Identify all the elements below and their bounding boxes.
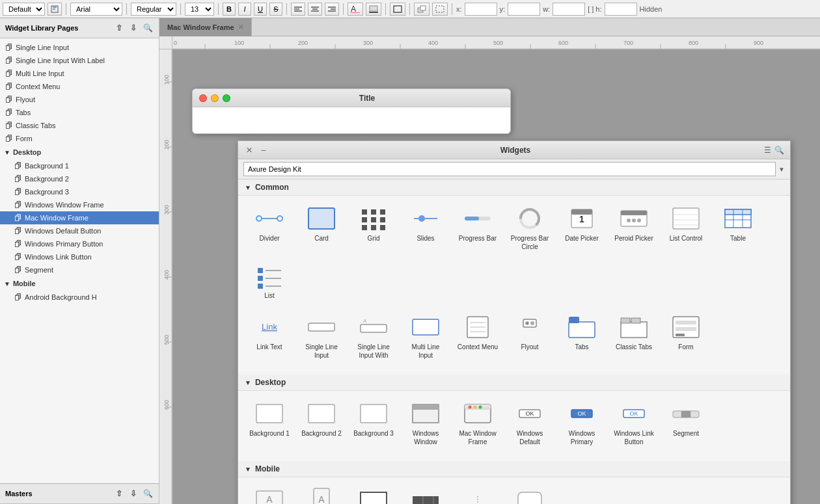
common-section-header[interactable]: ▼ Common xyxy=(238,179,790,196)
widget-date-picker[interactable]: 1 Date Picker xyxy=(557,201,607,256)
color-btn[interactable]: A xyxy=(348,3,363,16)
widget-segment[interactable]: Segment xyxy=(661,396,711,451)
panel-down-btn[interactable]: ⇩ xyxy=(128,22,139,34)
widget-single-input-label[interactable]: A Single Line Input With xyxy=(349,310,398,364)
widget-card[interactable]: Card xyxy=(297,201,346,256)
mobile-section-header[interactable]: ▼ Mobile xyxy=(238,461,790,477)
widget-win-window[interactable]: Windows Window xyxy=(401,396,450,451)
border-btn[interactable] xyxy=(390,3,405,16)
size-select[interactable]: 13 xyxy=(185,3,214,16)
desktop-section-title: Desktop xyxy=(255,378,286,387)
desktop-section-header[interactable]: ▼ Desktop xyxy=(238,375,790,391)
widget-bg3[interactable]: Background 3 xyxy=(349,396,398,451)
widget-win-primary[interactable]: OK Windows Primary xyxy=(557,396,607,451)
style-select[interactable]: Default xyxy=(3,3,45,16)
sidebar-section-mobile[interactable]: ▼ Mobile xyxy=(0,276,159,291)
style-icon-btn[interactable] xyxy=(48,3,62,16)
sidebar-item-windows-window-frame[interactable]: 🗍 Windows Window Frame xyxy=(0,198,159,211)
w-input[interactable] xyxy=(553,3,585,16)
sidebar-item-android-bg-h[interactable]: 🗍 Android Background H xyxy=(0,291,159,304)
sidebar-item-windows-link-button[interactable]: 🗍 Windows Link Button xyxy=(0,250,159,263)
widget-progress-circle[interactable]: Progress Bar Circle xyxy=(505,201,554,256)
masters-up-btn[interactable]: ⇧ xyxy=(113,488,125,499)
widget-flyout[interactable]: Flyout xyxy=(505,310,554,364)
widget-grid[interactable]: Grid xyxy=(349,201,398,256)
widget-slides[interactable]: Slides xyxy=(401,201,450,256)
fill-btn[interactable] xyxy=(366,3,381,16)
align-left-btn[interactable] xyxy=(291,3,305,16)
sidebar-item-segment[interactable]: 🗍 Segment xyxy=(0,263,159,276)
arrange-btn[interactable] xyxy=(414,3,430,16)
svg-rect-14 xyxy=(394,6,402,12)
tab-mac-window-frame[interactable]: Mac Window Frame ✕ xyxy=(159,18,252,36)
mac-close-btn[interactable] xyxy=(199,94,207,102)
widget-form[interactable]: Form xyxy=(661,310,711,364)
widget-context-menu[interactable]: Context Menu xyxy=(453,310,502,364)
widgets-menu-btn[interactable]: ☰ xyxy=(761,144,773,156)
sidebar-item-multi-line-input[interactable]: 🗍 Multi Line Input xyxy=(0,67,159,80)
sidebar-item-context-menu[interactable]: 🗍 Context Menu xyxy=(0,80,159,93)
align-center-btn[interactable] xyxy=(308,3,322,16)
strikethrough-btn[interactable]: S xyxy=(269,3,282,16)
sidebar-item-tabs[interactable]: 🗍 Tabs xyxy=(0,106,159,119)
widget-bg2[interactable]: Background 2 xyxy=(297,396,346,451)
library-select[interactable]: Axure Design Kit xyxy=(243,162,776,176)
sidebar-item-classic-tabs[interactable]: 🗍 Classic Tabs xyxy=(0,119,159,132)
widgets-minimize-btn[interactable]: ✕ xyxy=(243,144,255,156)
sidebar-section-desktop[interactable]: ▼ Desktop xyxy=(0,145,159,159)
widget-android-bg-h[interactable]: A Android Background H xyxy=(245,483,294,504)
underline-btn[interactable]: U xyxy=(254,3,267,16)
widget-ios-dialog[interactable]: iOS Dialog xyxy=(505,483,554,504)
page-icon: 🗍 xyxy=(5,70,12,77)
align-right-btn[interactable] xyxy=(325,3,339,16)
sidebar-item-background2[interactable]: 🗍 Background 2 xyxy=(0,172,159,185)
masters-search-btn[interactable]: 🔍 xyxy=(142,488,154,499)
widget-android-input[interactable]: Android Input xyxy=(453,483,502,504)
mac-max-btn[interactable] xyxy=(223,94,230,102)
sidebar-item-background1[interactable]: 🗍 Background 1 xyxy=(0,159,159,172)
widget-win-link[interactable]: OK Windows Link Button xyxy=(609,396,659,451)
widget-android-bg-v[interactable]: A Android Background V xyxy=(297,483,346,504)
widget-divider[interactable]: Divider xyxy=(245,201,294,256)
sidebar-item-single-line-input[interactable]: 🗍 Single Line Input xyxy=(0,41,159,54)
widget-link-text[interactable]: Link Link Text xyxy=(245,310,294,364)
widgets-pin-btn[interactable]: – xyxy=(258,144,269,156)
widget-single-input[interactable]: Single Line Input xyxy=(297,310,346,364)
y-input[interactable] xyxy=(508,3,540,16)
sidebar-item-windows-default-button[interactable]: 🗍 Windows Default Button xyxy=(0,224,159,237)
sidebar-item-form[interactable]: 🗍 Form xyxy=(0,132,159,145)
group-btn[interactable] xyxy=(432,3,448,16)
sidebar-item-single-line-input-label[interactable]: 🗍 Single Line Input With Label xyxy=(0,54,159,67)
widget-mac-frame[interactable]: Mac Window Frame xyxy=(453,396,502,451)
widget-win-default[interactable]: OK Windows Default xyxy=(505,396,554,451)
widget-progress-bar[interactable]: Progress Bar xyxy=(453,201,502,256)
widget-multi-input[interactable]: Multi Line Input xyxy=(401,310,450,364)
widget-list-control[interactable]: List Control xyxy=(661,201,711,256)
canvas-area: Mac Window Frame ✕ 0 100 200 xyxy=(159,18,820,504)
sidebar-item-background3[interactable]: 🗍 Background 3 xyxy=(0,185,159,198)
font-select[interactable]: Arial xyxy=(70,3,122,16)
x-input[interactable] xyxy=(465,3,497,16)
widget-android-tabs[interactable]: Android Tabs xyxy=(401,483,450,504)
sidebar-item-mac-window-frame[interactable]: 🗍 Mac Window Frame xyxy=(0,211,159,224)
masters-down-btn[interactable]: ⇩ xyxy=(128,488,139,499)
panel-search-btn[interactable]: 🔍 xyxy=(142,22,154,34)
panel-up-btn[interactable]: ⇧ xyxy=(113,22,125,34)
widget-table[interactable]: Table xyxy=(713,201,763,256)
bold-btn[interactable]: B xyxy=(223,3,236,16)
widget-bg1[interactable]: Background 1 xyxy=(245,396,294,451)
widget-period-picker[interactable]: Peroid Picker xyxy=(609,201,659,256)
sidebar-item-flyout[interactable]: 🗍 Flyout xyxy=(0,93,159,106)
widgets-search-btn[interactable]: 🔍 xyxy=(773,144,785,156)
weight-select[interactable]: Regular xyxy=(131,3,176,16)
h-input[interactable] xyxy=(605,3,637,16)
date-picker-label: Date Picker xyxy=(565,234,599,243)
widget-classic-tabs[interactable]: Classic Tabs xyxy=(609,310,659,364)
widget-tabs[interactable]: Tabs xyxy=(557,310,607,364)
mac-min-btn[interactable] xyxy=(211,94,219,102)
widget-android-dialog[interactable]: Android Dialog xyxy=(349,483,398,504)
widget-list[interactable]: List xyxy=(245,258,294,304)
sidebar-item-windows-primary-button[interactable]: 🗍 Windows Primary Button xyxy=(0,237,159,250)
italic-btn[interactable]: I xyxy=(238,3,251,16)
tab-close-btn[interactable]: ✕ xyxy=(238,23,243,31)
